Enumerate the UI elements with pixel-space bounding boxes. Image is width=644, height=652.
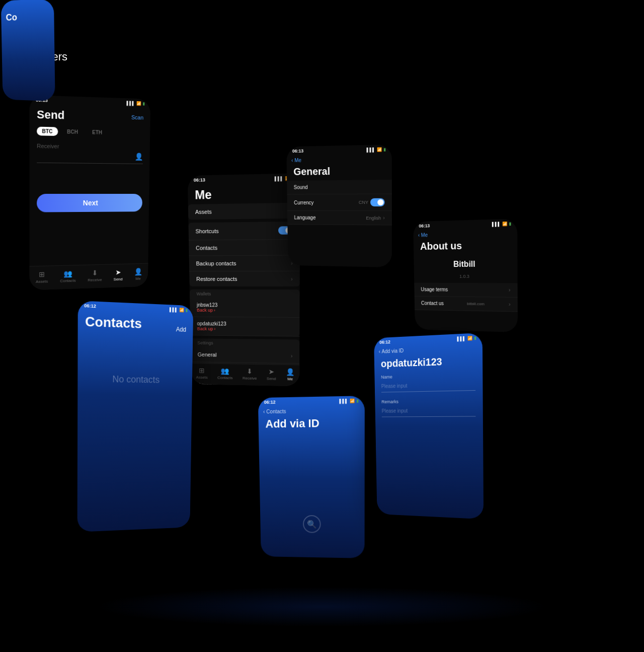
add-via-title: Add via ID xyxy=(258,415,364,436)
sound-setting-row: Sound xyxy=(287,180,392,195)
nav-contacts[interactable]: 👥 Contacts xyxy=(60,269,76,283)
general-title: General xyxy=(287,164,392,181)
assets-icon: ⊞ xyxy=(39,270,45,278)
eth-tab[interactable]: ETH xyxy=(87,128,107,137)
shortcuts-item[interactable]: Shortcuts xyxy=(188,222,300,241)
restore-chevron: › xyxy=(291,276,292,281)
contacts-status-icons: ▌▌▌ 📶 ▮ xyxy=(170,307,188,313)
me-phone-screen: 06:13 ▌▌▌ 📶 ▮ Me Assets Shortcuts Contac… xyxy=(188,173,300,386)
about-battery-icon: ▮ xyxy=(509,221,511,226)
me-nav-assets[interactable]: ⊞ Assets xyxy=(196,367,208,380)
me-header: Me xyxy=(188,183,300,204)
backup-contacts-item[interactable]: Backup contacts › xyxy=(189,255,300,271)
currency-tabs: BTC BCH ETH xyxy=(30,123,150,141)
general-item[interactable]: General › xyxy=(191,347,299,364)
contacts-wifi-icon: 📶 xyxy=(179,308,184,312)
wallet2-backup-chevron: › xyxy=(214,326,215,331)
bch-tab[interactable]: BCH xyxy=(62,127,83,136)
contacts-time: 06:12 xyxy=(84,303,96,309)
language-label: Language xyxy=(294,215,316,221)
btc-tab[interactable]: BTC xyxy=(37,127,58,136)
me-nav-send[interactable]: ➤ Send xyxy=(267,368,276,381)
add-via2-time: 06:12 xyxy=(379,339,390,345)
scan-button[interactable]: Scan xyxy=(131,114,143,121)
me-title: Me xyxy=(195,187,212,201)
me-signal-icon: ▌▌▌ xyxy=(275,176,284,181)
me-nav-me[interactable]: 👤 Me xyxy=(286,368,294,381)
general-label: General xyxy=(198,351,217,357)
no-contacts-label: No contacts xyxy=(77,374,192,386)
about-status-icons: ▌▌▌ 📶 ▮ xyxy=(492,221,511,226)
add-via2-wifi-icon: 📶 xyxy=(467,336,472,341)
add-via2-back-label: Add via ID xyxy=(382,348,404,354)
add-via-time: 06:12 xyxy=(264,400,276,405)
general-battery-icon: ▮ xyxy=(383,147,385,152)
me-nav-send-icon: ➤ xyxy=(268,368,274,376)
partial-phone-screen: Co xyxy=(1,0,55,101)
me-assets-label: Assets xyxy=(195,208,212,215)
contacts-item[interactable]: Contacts xyxy=(189,240,300,256)
signal-icon: ▌▌▌ xyxy=(127,101,135,106)
currency-toggle[interactable] xyxy=(370,198,385,206)
me-nav-me-label: Me xyxy=(287,377,293,381)
me-nav-send-label: Send xyxy=(267,377,276,381)
nav-assets[interactable]: ⊞ Assets xyxy=(36,270,48,284)
usage-terms-row[interactable]: Usage terms › xyxy=(414,283,518,298)
send-phone-screen: 06:13 ▌▌▌ 📶 ▮ Send Scan BTC BCH ETH Rece… xyxy=(30,95,151,291)
about-time: 06:13 xyxy=(419,223,430,228)
contact-us-row[interactable]: Contact us bitbill.com › xyxy=(415,297,518,312)
add-via-battery-icon: ▮ xyxy=(356,398,358,403)
send-header: Send Scan xyxy=(30,105,150,126)
nav-receive[interactable]: ⬇ Receive xyxy=(88,269,102,282)
wallet2-backup[interactable]: Back up › xyxy=(197,326,293,332)
nav-send[interactable]: ➤ Send xyxy=(114,268,123,282)
usage-terms-label: Usage terms xyxy=(421,286,448,292)
sound-label: Sound xyxy=(294,184,308,190)
me-nav-contacts[interactable]: 👥 Contacts xyxy=(217,367,233,380)
add-via2-signal-icon: ▌▌▌ xyxy=(457,336,465,341)
language-setting-row[interactable]: Language English › xyxy=(287,211,392,226)
wallet1-backup-chevron: › xyxy=(214,308,215,313)
nav-receive-label: Receive xyxy=(88,277,102,282)
receive-icon: ⬇ xyxy=(92,269,98,277)
me-assets-item[interactable]: Assets xyxy=(188,203,300,220)
general-wifi-icon: 📶 xyxy=(377,147,382,152)
nav-me[interactable]: 👤 Me xyxy=(134,268,142,281)
general-back-label: Me xyxy=(294,158,301,163)
language-value: English xyxy=(366,215,381,221)
me-shortcuts-section: Shortcuts Contacts Backup contacts › Res… xyxy=(188,222,300,286)
general-time: 06:13 xyxy=(292,149,303,154)
remarks-field-input[interactable]: Please input xyxy=(381,405,475,417)
add-via2-back-chevron: ‹ xyxy=(379,349,380,354)
me-time: 06:13 xyxy=(194,177,205,183)
name-field-input[interactable]: Please input xyxy=(381,379,475,392)
me-nav-assets-label: Assets xyxy=(196,375,207,380)
nav-send-label: Send xyxy=(114,277,123,281)
about-phone-screen: 06:13 ▌▌▌ 📶 ▮ ‹ Me About us Bitbill 1.0.… xyxy=(413,219,518,332)
currency-label: Currency xyxy=(294,200,313,205)
restore-contacts-item[interactable]: Restore contacts › xyxy=(189,271,300,286)
me-nav-contacts-label: Contacts xyxy=(217,376,233,380)
contacts-title: Contacts xyxy=(85,314,142,332)
partial-title: Co xyxy=(1,0,54,25)
app-version: 1.0.3 xyxy=(414,274,518,279)
next-button[interactable]: Next xyxy=(37,194,142,212)
contacts-add-button[interactable]: Add xyxy=(176,326,187,333)
me-nav-receive[interactable]: ⬇ Receive xyxy=(243,367,257,380)
me-icon: 👤 xyxy=(134,268,142,276)
send-icon: ➤ xyxy=(115,268,121,276)
about-wifi-icon: 📶 xyxy=(502,221,507,226)
receiver-input[interactable]: 👤 xyxy=(37,151,143,164)
send-title: Send xyxy=(37,108,64,122)
about-back-label: Me xyxy=(421,232,428,238)
wifi-icon: 📶 xyxy=(136,101,141,105)
add-via-wifi-icon: 📶 xyxy=(350,398,355,403)
wallet1-backup[interactable]: Back up › xyxy=(197,308,292,313)
wallet1-backup-label: Back up xyxy=(197,308,213,313)
currency-setting-row[interactable]: Currency CNY xyxy=(287,194,392,211)
wallets-section-label: Wallets xyxy=(190,289,300,299)
me-nav-receive-label: Receive xyxy=(243,376,257,381)
wallet1-item: jnbsw123 Back up › xyxy=(190,298,299,318)
general-chevron: › xyxy=(291,353,292,358)
app-name: Bitbill xyxy=(414,254,517,274)
